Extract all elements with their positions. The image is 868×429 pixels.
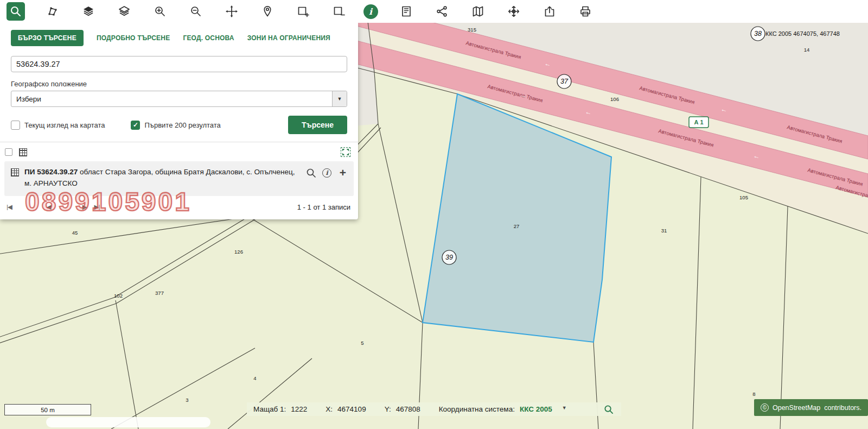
zoom-to-result-button[interactable]	[305, 167, 316, 178]
tab-restriction-zones[interactable]: ЗОНИ НА ОГРАНИЧЕНИЯ	[247, 34, 330, 42]
crosshair-icon	[507, 5, 520, 18]
y-value: 467808	[396, 405, 420, 413]
x-coordinate-readout: X: 4674109	[326, 405, 366, 413]
magnifier-icon	[306, 168, 316, 178]
share-tool-button[interactable]	[434, 3, 450, 20]
x-label: X:	[326, 405, 333, 413]
last-page-button[interactable]: ▶|	[94, 203, 100, 211]
svg-text:37: 37	[560, 78, 569, 85]
share-icon	[436, 5, 449, 18]
crs-value[interactable]: ККС 2005	[520, 405, 552, 413]
result-text: ПИ 53624.39.27 област Стара Загора, общи…	[24, 167, 300, 190]
layers-outline-icon	[118, 5, 131, 18]
svg-text:45: 45	[72, 230, 78, 236]
svg-text:3: 3	[186, 397, 188, 403]
road-badge: А 1	[689, 117, 709, 128]
svg-text:106: 106	[610, 96, 619, 102]
current-view-label: Текущ изглед на картата	[24, 121, 105, 129]
zoom-out-tool-button[interactable]	[188, 3, 204, 20]
result-parcel-id: ПИ 53624.39.27	[24, 168, 78, 176]
x-value: 4674109	[337, 405, 366, 413]
expand-arrows-icon	[342, 148, 349, 156]
result-add-button[interactable]: +	[337, 167, 348, 178]
info-icon: i	[363, 4, 378, 19]
topology-tool-button[interactable]	[44, 3, 61, 20]
current-view-checkbox[interactable]	[11, 121, 20, 130]
svg-text:5: 5	[361, 340, 363, 346]
locate-tool-button[interactable]	[259, 3, 276, 20]
search-tabs: БЪРЗО ТЪРСЕНЕ ПОДРОБНО ТЪРСЕНЕ ГЕОД. ОСН…	[0, 23, 358, 52]
search-tool-button[interactable]	[7, 2, 25, 21]
crs-selector[interactable]: Координатна система: ККС 2005 ▼	[439, 405, 567, 413]
select-area-add-tool-button[interactable]	[295, 3, 311, 20]
geo-location-select[interactable]: Избери ▼	[11, 91, 347, 107]
export-icon	[543, 5, 556, 18]
coordinate-search-button[interactable]	[603, 403, 615, 415]
first-200-checkbox[interactable]: ✓	[131, 121, 140, 130]
first-page-button[interactable]: |◀	[7, 203, 12, 211]
search-icon	[9, 5, 22, 18]
export-tool-button[interactable]	[541, 3, 558, 20]
pan-icon	[225, 5, 238, 18]
y-label: Y:	[385, 405, 391, 413]
document-tool-button[interactable]	[398, 3, 414, 20]
attribution-suffix: contributors.	[824, 404, 861, 412]
scale-readout: Мащаб 1: 1222	[253, 405, 307, 413]
svg-text:8: 8	[752, 391, 755, 397]
result-info-button[interactable]: i	[322, 168, 331, 178]
toolbar-right-group: i	[362, 3, 593, 20]
map-status-bar: Мащаб 1: 1222 X: 4674109 Y: 467808 Коорд…	[247, 402, 621, 416]
toolbar-left-group	[7, 2, 347, 21]
grid-icon	[19, 148, 27, 156]
search-button[interactable]: Търсене	[288, 116, 347, 134]
scale-bar-label: 50 m	[41, 407, 55, 413]
svg-text:38: 38	[754, 30, 762, 37]
layers-tool-button[interactable]	[80, 3, 97, 20]
zoom-in-tool-button[interactable]	[152, 3, 168, 20]
result-actions: i +	[305, 167, 348, 178]
tab-geodetic-basis[interactable]: ГЕОД. ОСНОВА	[183, 34, 234, 42]
pan-tool-button[interactable]	[224, 3, 240, 20]
document-icon	[400, 5, 413, 18]
cursor-readout: ККС 2005 4674075, 467748	[765, 30, 840, 37]
first-200-label: Първите 200 резултата	[144, 121, 220, 129]
rectangle-minus-icon	[333, 5, 346, 18]
zoom-out-icon	[189, 5, 202, 18]
main-toolbar: i	[0, 0, 868, 23]
prev-page-button[interactable]: ◀	[47, 203, 51, 211]
svg-text:27: 27	[514, 223, 520, 229]
rectangle-plus-icon	[297, 5, 310, 18]
svg-text:14: 14	[804, 47, 810, 53]
pagination-bar: |◀ ◀ ▶ ▶| 1 - 1 от 1 записи	[0, 196, 358, 219]
layers-icon	[82, 5, 95, 18]
attribution-name[interactable]: OpenStreetMap	[773, 404, 820, 412]
parcel-search-input[interactable]	[11, 56, 347, 72]
results-header-row	[0, 142, 358, 161]
result-row[interactable]: ПИ 53624.39.27 област Стара Загора, общи…	[4, 161, 354, 196]
pagination-summary: 1 - 1 от 1 записи	[297, 203, 350, 211]
tab-quick-search[interactable]: БЪРЗО ТЪРСЕНЕ	[11, 30, 84, 46]
geo-location-label: Географско положение	[11, 80, 347, 88]
print-tool-button[interactable]	[577, 3, 593, 20]
map-sheets-tool-button[interactable]	[470, 3, 486, 20]
tab-detailed-search[interactable]: ПОДРОБНО ТЪРСЕНЕ	[97, 34, 170, 42]
svg-text:102: 102	[114, 293, 123, 299]
osm-attribution[interactable]: © OpenStreetMap contributors.	[754, 399, 868, 416]
select-area-remove-tool-button[interactable]	[331, 3, 347, 20]
identify-tool-button[interactable]: i	[362, 3, 379, 20]
folded-map-icon	[471, 5, 484, 18]
chevron-down-icon[interactable]: ▼	[332, 91, 347, 106]
search-panel: БЪРЗО ТЪРСЕНЕ ПОДРОБНО ТЪРСЕНЕ ГЕОД. ОСН…	[0, 23, 358, 219]
svg-text:377: 377	[155, 290, 164, 296]
chevron-down-icon[interactable]: ▼	[562, 405, 567, 413]
svg-text:4: 4	[253, 375, 256, 381]
zoom-to-results-button[interactable]	[341, 147, 350, 157]
svg-text:39: 39	[445, 254, 453, 261]
select-all-checkbox[interactable]	[5, 148, 12, 156]
zoom-in-icon	[154, 5, 167, 18]
next-page-button[interactable]: ▶	[82, 203, 87, 211]
svg-text:126: 126	[234, 249, 243, 255]
copyright-icon: ©	[761, 403, 769, 412]
coordinates-tool-button[interactable]	[506, 3, 522, 20]
layers-alt-tool-button[interactable]	[116, 3, 132, 20]
